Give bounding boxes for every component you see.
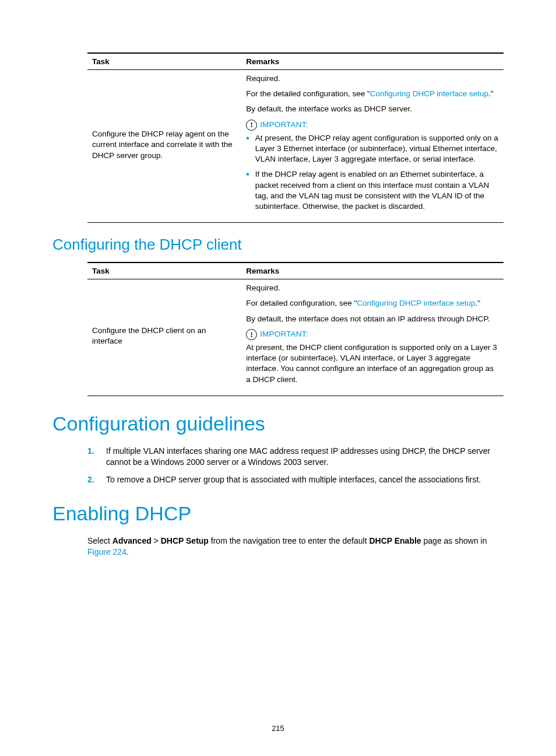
remarks-default: By default, the interface works as DHCP … (246, 104, 499, 114)
dhcp-client-table: Task Remarks Configure the DHCP client o… (87, 262, 504, 396)
link-figure-224[interactable]: Figure 224 (87, 547, 126, 556)
remarks-note: At present, the DHCP client configuratio… (246, 342, 499, 385)
important-label: IMPORTANT: (260, 120, 308, 130)
remarks-cell: Required. For the detailed configuration… (241, 70, 504, 223)
heading-configuration-guidelines: Configuration guidelines (52, 412, 504, 435)
heading-configuring-dhcp-client: Configuring the DHCP client (52, 236, 504, 254)
important-callout: ! IMPORTANT: (246, 329, 499, 340)
breadcrumb-advanced: Advanced (112, 536, 152, 545)
guideline-item: To remove a DHCP server group that is as… (106, 474, 481, 486)
task-cell: Configure the DHCP relay agent on the cu… (87, 70, 241, 223)
table-header-task: Task (87, 262, 241, 279)
important-icon: ! (246, 120, 257, 131)
remarks-bullet: If the DHCP relay agent is enabled on an… (255, 169, 499, 212)
remarks-cell: Required. For detailed configuration, se… (241, 279, 504, 396)
enabling-dhcp-paragraph: Select Advanced > DHCP Setup from the na… (87, 536, 504, 558)
page-name-dhcp-enable: DHCP Enable (369, 536, 421, 545)
dhcp-relay-table: Task Remarks Configure the DHCP relay ag… (87, 52, 504, 223)
link-configuring-dhcp-interface-setup[interactable]: Configuring DHCP interface setup (370, 89, 488, 98)
important-icon: ! (246, 329, 257, 340)
heading-enabling-dhcp: Enabling DHCP (52, 502, 504, 525)
remarks-bullet: At present, the DHCP relay agent configu… (255, 133, 499, 165)
breadcrumb-dhcp-setup: DHCP Setup (161, 536, 209, 545)
link-configuring-dhcp-interface-setup[interactable]: Configuring DHCP interface setup (357, 299, 475, 307)
important-callout: ! IMPORTANT: (246, 120, 499, 131)
remarks-required: Required. (246, 74, 499, 84)
remarks-detail: For the detailed configuration, see "Con… (246, 89, 499, 99)
remarks-default: By default, the interface does not obtai… (246, 314, 499, 324)
guideline-item: If multiple VLAN interfaces sharing one … (106, 446, 504, 468)
table-row: Configure the DHCP relay agent on the cu… (87, 70, 504, 223)
table-header-task: Task (87, 53, 241, 70)
guidelines-list: If multiple VLAN interfaces sharing one … (87, 446, 504, 486)
page-number: 215 (0, 724, 556, 733)
remarks-required: Required. (246, 283, 499, 293)
important-label: IMPORTANT: (260, 329, 308, 340)
remarks-detail: For detailed configuration, see "Configu… (246, 298, 499, 309)
table-row: Configure the DHCP client on an interfac… (87, 279, 504, 396)
table-header-remarks: Remarks (241, 53, 504, 70)
table-header-remarks: Remarks (241, 262, 504, 279)
task-cell: Configure the DHCP client on an interfac… (87, 279, 241, 396)
